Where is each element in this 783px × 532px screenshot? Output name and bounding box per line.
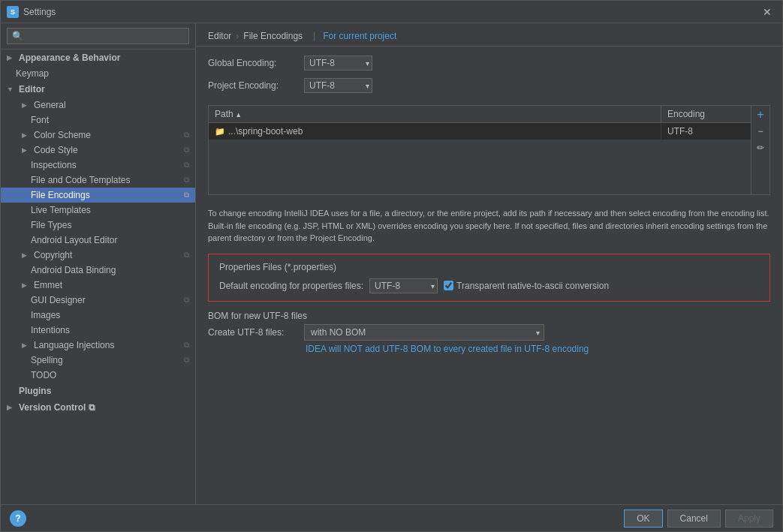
- expand-icon: ▼: [7, 86, 16, 93]
- sidebar-item-spelling[interactable]: Spelling ⧉: [1, 353, 195, 368]
- folder-icon: 📁: [215, 127, 225, 137]
- sidebar-item-label: Editor: [19, 84, 45, 95]
- properties-box-title: Properties Files (*.properties): [219, 262, 759, 272]
- expand-icon: ▶: [22, 341, 31, 349]
- sidebar-item-colorscheme[interactable]: ▶ Color Scheme ⧉: [1, 128, 195, 143]
- info-text: To change encoding IntelliJ IDEA uses fo…: [208, 207, 770, 245]
- sidebar-item-plugins[interactable]: Plugins: [1, 383, 195, 399]
- expand-icon: ▶: [22, 251, 31, 259]
- sidebar-item-font[interactable]: Font: [1, 113, 195, 128]
- sidebar-item-appearance[interactable]: ▶ Appearance & Behavior: [1, 50, 195, 66]
- sidebar-scroll: ▶ Appearance & Behavior Keymap ▼ Editor …: [1, 50, 195, 504]
- expand-icon: ▶: [22, 146, 31, 154]
- bom-note-prefix: IDEA will NOT add: [306, 344, 382, 354]
- sidebar-item-androidlayout[interactable]: Android Layout Editor: [1, 233, 195, 248]
- sidebar-item-label: Inspections: [31, 160, 77, 170]
- copy-icon: ⧉: [89, 402, 95, 413]
- expand-icon: ▶: [22, 281, 31, 289]
- sidebar-item-editor[interactable]: ▼ Editor: [1, 81, 195, 98]
- properties-encoding-select-wrapper: UTF-8 UTF-16 ISO-8859-1: [369, 278, 438, 293]
- edit-row-button[interactable]: ✏: [753, 140, 768, 155]
- expand-icon: ▶: [7, 54, 16, 62]
- properties-encoding-select[interactable]: UTF-8 UTF-16 ISO-8859-1: [369, 278, 438, 293]
- search-input[interactable]: [7, 28, 189, 44]
- sidebar-item-fileandcode[interactable]: File and Code Templates ⧉: [1, 173, 195, 188]
- breadcrumb-divider: |: [313, 31, 315, 41]
- sidebar-item-languageinjections[interactable]: ▶ Language Injections ⧉: [1, 338, 195, 353]
- sidebar-item-keymap[interactable]: Keymap: [1, 66, 195, 81]
- native-to-ascii-label: Transparent native-to-ascii conversion: [456, 281, 609, 291]
- sidebar: ▶ Appearance & Behavior Keymap ▼ Editor …: [1, 23, 196, 504]
- global-encoding-row: Global Encoding: UTF-8 UTF-16 ISO-8859-1: [208, 56, 770, 71]
- sidebar-item-label: Keymap: [16, 68, 49, 79]
- path-column-header[interactable]: Path: [209, 106, 661, 122]
- sidebar-item-intentions[interactable]: Intentions: [1, 323, 195, 338]
- copy-icon: ⧉: [184, 176, 189, 185]
- window-title: Settings: [23, 7, 758, 17]
- sidebar-item-general[interactable]: ▶ General: [1, 98, 195, 113]
- path-encoding-table: Path Encoding 📁 ...\spring-boot-web UTF-…: [208, 105, 770, 195]
- bom-link[interactable]: UTF-8 BOM: [382, 344, 431, 354]
- sidebar-item-label: Code Style: [34, 145, 78, 155]
- table-row: 📁 ...\spring-boot-web UTF-8: [209, 123, 751, 140]
- copy-icon: ⧉: [184, 146, 189, 155]
- breadcrumb-current: File Encodings: [243, 31, 303, 41]
- copy-icon: ⧉: [184, 191, 189, 200]
- bom-select-wrapper: with NO BOM with BOM with BOM if necessa…: [304, 324, 544, 341]
- sidebar-item-label: Version Control: [19, 402, 86, 413]
- bom-note-suffix: to every created file in UTF-8 encoding: [431, 344, 589, 354]
- sidebar-item-androiddatabinding[interactable]: Android Data Binding: [1, 263, 195, 278]
- remove-row-button[interactable]: −: [753, 124, 768, 139]
- sidebar-item-inspections[interactable]: Inspections ⧉: [1, 158, 195, 173]
- sidebar-item-label: Plugins: [19, 386, 51, 396]
- action-buttons: OK Cancel Apply: [624, 509, 773, 527]
- sidebar-item-fileencodings[interactable]: File Encodings ⧉: [1, 188, 195, 203]
- settings-window: S Settings ✕ ▶ Appearance & Behavior Key…: [0, 0, 783, 532]
- copy-icon: ⧉: [184, 161, 189, 170]
- sidebar-item-todo[interactable]: TODO: [1, 368, 195, 383]
- footer: ? OK Cancel Apply: [1, 504, 782, 531]
- global-encoding-select[interactable]: UTF-8 UTF-16 ISO-8859-1: [304, 56, 372, 71]
- sidebar-item-label: Emmet: [34, 280, 62, 290]
- close-button[interactable]: ✕: [758, 5, 776, 20]
- sidebar-item-livetemplates[interactable]: Live Templates: [1, 203, 195, 218]
- apply-button[interactable]: Apply: [725, 509, 773, 527]
- expand-icon: ▶: [22, 131, 31, 139]
- sidebar-item-label: Spelling: [31, 355, 63, 365]
- help-button[interactable]: ?: [10, 510, 26, 527]
- encoding-settings: Global Encoding: UTF-8 UTF-16 ISO-8859-1…: [208, 56, 770, 96]
- sidebar-item-copyright[interactable]: ▶ Copyright ⧉: [1, 248, 195, 263]
- sidebar-item-label: General: [34, 100, 66, 110]
- project-encoding-select-wrapper: UTF-8 UTF-16 ISO-8859-1: [304, 78, 372, 93]
- sidebar-item-versioncontrol[interactable]: ▶ Version Control ⧉: [1, 399, 195, 416]
- table-header: Path Encoding: [209, 106, 751, 123]
- sidebar-item-label: Language Injections: [34, 340, 114, 350]
- sidebar-item-guidesigner[interactable]: GUI Designer ⧉: [1, 293, 195, 308]
- sidebar-item-filetypes[interactable]: File Types: [1, 218, 195, 233]
- main-panel: Editor › File Encodings | For current pr…: [196, 23, 782, 504]
- path-value: ...\spring-boot-web: [228, 126, 303, 137]
- sidebar-item-emmet[interactable]: ▶ Emmet: [1, 278, 195, 293]
- sidebar-item-label: Copyright: [34, 250, 72, 260]
- copy-icon: ⧉: [184, 296, 189, 305]
- ok-button[interactable]: OK: [624, 509, 662, 527]
- copy-icon: ⧉: [184, 341, 189, 350]
- sidebar-item-images[interactable]: Images: [1, 308, 195, 323]
- search-box: [1, 23, 195, 50]
- table-actions: + − ✏: [751, 106, 769, 194]
- sidebar-item-label: TODO: [31, 370, 56, 380]
- breadcrumb-project-link[interactable]: For current project: [323, 31, 396, 41]
- bom-note: IDEA will NOT add UTF-8 BOM to every cre…: [306, 344, 770, 354]
- default-encoding-label: Default encoding for properties files:: [219, 281, 363, 291]
- project-encoding-select[interactable]: UTF-8 UTF-16 ISO-8859-1: [304, 78, 372, 93]
- native-to-ascii-checkbox[interactable]: [444, 281, 453, 290]
- bom-select[interactable]: with NO BOM with BOM with BOM if necessa…: [304, 324, 544, 341]
- global-encoding-select-wrapper: UTF-8 UTF-16 ISO-8859-1: [304, 56, 372, 71]
- native-to-ascii-checkbox-label[interactable]: Transparent native-to-ascii conversion: [444, 281, 609, 291]
- sidebar-item-label: Images: [31, 310, 60, 320]
- sidebar-item-label: File Types: [31, 220, 71, 230]
- sidebar-item-codestyle[interactable]: ▶ Code Style ⧉: [1, 143, 195, 158]
- sidebar-item-label: Appearance & Behavior: [19, 53, 120, 63]
- add-row-button[interactable]: +: [753, 107, 768, 122]
- cancel-button[interactable]: Cancel: [667, 509, 721, 527]
